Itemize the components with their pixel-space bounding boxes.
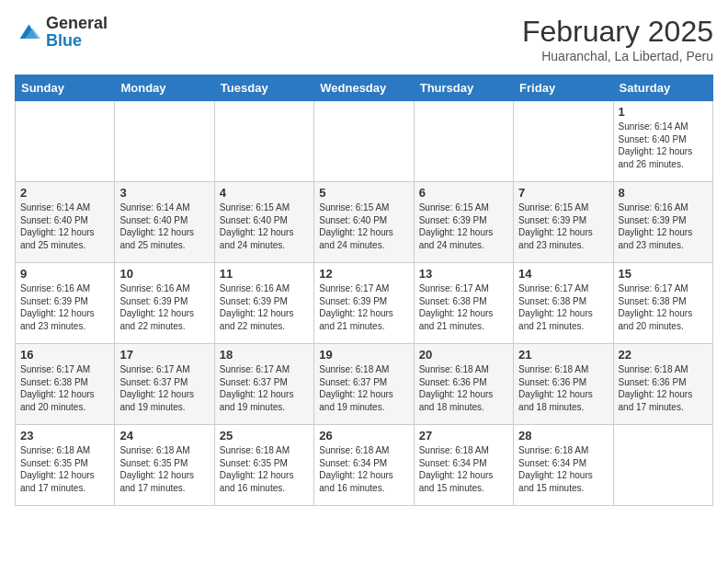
day-info: Sunrise: 6:18 AM Sunset: 6:34 PM Dayligh… xyxy=(518,444,608,494)
calendar-title: February 2025 xyxy=(522,15,713,49)
calendar-cell: 15Sunrise: 6:17 AM Sunset: 6:38 PM Dayli… xyxy=(613,263,712,344)
day-info: Sunrise: 6:18 AM Sunset: 6:36 PM Dayligh… xyxy=(619,363,708,413)
day-number: 11 xyxy=(220,267,309,281)
weekday-header: Thursday xyxy=(414,75,513,101)
day-info: Sunrise: 6:18 AM Sunset: 6:37 PM Dayligh… xyxy=(319,363,408,413)
weekday-header: Friday xyxy=(514,75,613,101)
day-info: Sunrise: 6:18 AM Sunset: 6:36 PM Dayligh… xyxy=(419,363,508,413)
day-number: 9 xyxy=(20,267,109,281)
weekday-header: Tuesday xyxy=(214,75,313,101)
weekday-header: Sunday xyxy=(16,75,115,101)
calendar-cell: 13Sunrise: 6:17 AM Sunset: 6:38 PM Dayli… xyxy=(414,263,513,344)
calendar-cell: 19Sunrise: 6:18 AM Sunset: 6:37 PM Dayli… xyxy=(314,344,414,425)
day-number: 25 xyxy=(220,429,309,442)
day-number: 7 xyxy=(518,186,608,200)
day-info: Sunrise: 6:16 AM Sunset: 6:39 PM Dayligh… xyxy=(119,282,209,332)
calendar-cell xyxy=(16,101,115,182)
day-info: Sunrise: 6:18 AM Sunset: 6:35 PM Dayligh… xyxy=(20,444,109,494)
day-info: Sunrise: 6:16 AM Sunset: 6:39 PM Dayligh… xyxy=(220,282,309,332)
day-info: Sunrise: 6:17 AM Sunset: 6:37 PM Dayligh… xyxy=(119,363,209,413)
day-number: 27 xyxy=(419,429,508,442)
calendar-cell: 11Sunrise: 6:16 AM Sunset: 6:39 PM Dayli… xyxy=(214,263,313,344)
calendar-cell xyxy=(314,101,414,182)
calendar-cell: 26Sunrise: 6:18 AM Sunset: 6:34 PM Dayli… xyxy=(314,425,414,506)
weekday-header: Wednesday xyxy=(314,75,414,101)
calendar-cell: 12Sunrise: 6:17 AM Sunset: 6:39 PM Dayli… xyxy=(314,263,414,344)
calendar-cell: 23Sunrise: 6:18 AM Sunset: 6:35 PM Dayli… xyxy=(16,425,115,506)
day-info: Sunrise: 6:16 AM Sunset: 6:39 PM Dayligh… xyxy=(619,201,708,251)
day-info: Sunrise: 6:18 AM Sunset: 6:36 PM Dayligh… xyxy=(518,363,608,413)
day-number: 10 xyxy=(119,267,209,281)
day-info: Sunrise: 6:15 AM Sunset: 6:40 PM Dayligh… xyxy=(319,201,408,251)
day-number: 13 xyxy=(419,267,508,281)
day-number: 26 xyxy=(319,429,408,442)
day-info: Sunrise: 6:18 AM Sunset: 6:34 PM Dayligh… xyxy=(419,444,508,494)
calendar-cell: 24Sunrise: 6:18 AM Sunset: 6:35 PM Dayli… xyxy=(115,425,214,506)
calendar-cell: 10Sunrise: 6:16 AM Sunset: 6:39 PM Dayli… xyxy=(115,263,214,344)
day-info: Sunrise: 6:17 AM Sunset: 6:38 PM Dayligh… xyxy=(20,363,109,413)
weekday-header: Monday xyxy=(115,75,214,101)
calendar-cell: 6Sunrise: 6:15 AM Sunset: 6:39 PM Daylig… xyxy=(414,182,513,263)
day-info: Sunrise: 6:15 AM Sunset: 6:40 PM Dayligh… xyxy=(220,201,309,251)
calendar-cell: 20Sunrise: 6:18 AM Sunset: 6:36 PM Dayli… xyxy=(414,344,513,425)
day-number: 8 xyxy=(619,186,708,200)
day-number: 18 xyxy=(220,348,309,362)
day-number: 20 xyxy=(419,348,508,362)
calendar-cell: 4Sunrise: 6:15 AM Sunset: 6:40 PM Daylig… xyxy=(214,182,313,263)
day-number: 21 xyxy=(518,348,608,362)
day-info: Sunrise: 6:17 AM Sunset: 6:39 PM Dayligh… xyxy=(319,282,408,332)
day-number: 12 xyxy=(319,267,408,281)
calendar-table: SundayMondayTuesdayWednesdayThursdayFrid… xyxy=(15,75,713,506)
day-number: 5 xyxy=(319,186,408,200)
day-number: 3 xyxy=(119,186,209,200)
calendar-cell: 22Sunrise: 6:18 AM Sunset: 6:36 PM Dayli… xyxy=(613,344,712,425)
calendar-cell: 2Sunrise: 6:14 AM Sunset: 6:40 PM Daylig… xyxy=(16,182,115,263)
day-number: 24 xyxy=(119,429,209,442)
calendar-cell xyxy=(514,101,613,182)
logo-icon xyxy=(15,19,40,45)
day-info: Sunrise: 6:16 AM Sunset: 6:39 PM Dayligh… xyxy=(20,282,109,332)
day-number: 17 xyxy=(119,348,209,362)
day-info: Sunrise: 6:18 AM Sunset: 6:35 PM Dayligh… xyxy=(119,444,209,494)
weekday-header: Saturday xyxy=(613,75,712,101)
day-info: Sunrise: 6:14 AM Sunset: 6:40 PM Dayligh… xyxy=(119,201,209,251)
logo: General Blue xyxy=(15,15,108,50)
day-number: 22 xyxy=(619,348,708,362)
calendar-cell: 18Sunrise: 6:17 AM Sunset: 6:37 PM Dayli… xyxy=(214,344,313,425)
calendar-cell: 16Sunrise: 6:17 AM Sunset: 6:38 PM Dayli… xyxy=(16,344,115,425)
day-number: 2 xyxy=(20,186,109,200)
day-number: 19 xyxy=(319,348,408,362)
day-info: Sunrise: 6:17 AM Sunset: 6:38 PM Dayligh… xyxy=(518,282,608,332)
logo-blue-text: Blue xyxy=(46,31,82,50)
page-header: General Blue February 2025 Huaranchal, L… xyxy=(15,15,713,63)
day-info: Sunrise: 6:14 AM Sunset: 6:40 PM Dayligh… xyxy=(619,121,708,170)
day-number: 16 xyxy=(20,348,109,362)
calendar-cell: 27Sunrise: 6:18 AM Sunset: 6:34 PM Dayli… xyxy=(414,425,513,506)
day-info: Sunrise: 6:15 AM Sunset: 6:39 PM Dayligh… xyxy=(419,201,508,251)
logo-general-text: General xyxy=(46,14,108,32)
calendar-cell: 21Sunrise: 6:18 AM Sunset: 6:36 PM Dayli… xyxy=(514,344,613,425)
day-number: 4 xyxy=(220,186,309,200)
day-info: Sunrise: 6:18 AM Sunset: 6:34 PM Dayligh… xyxy=(319,444,408,494)
calendar-cell: 7Sunrise: 6:15 AM Sunset: 6:39 PM Daylig… xyxy=(514,182,613,263)
day-info: Sunrise: 6:14 AM Sunset: 6:40 PM Dayligh… xyxy=(20,201,109,251)
day-number: 14 xyxy=(518,267,608,281)
day-info: Sunrise: 6:18 AM Sunset: 6:35 PM Dayligh… xyxy=(220,444,309,494)
day-info: Sunrise: 6:17 AM Sunset: 6:37 PM Dayligh… xyxy=(220,363,309,413)
calendar-cell: 3Sunrise: 6:14 AM Sunset: 6:40 PM Daylig… xyxy=(115,182,214,263)
calendar-cell: 8Sunrise: 6:16 AM Sunset: 6:39 PM Daylig… xyxy=(613,182,712,263)
calendar-cell: 5Sunrise: 6:15 AM Sunset: 6:40 PM Daylig… xyxy=(314,182,414,263)
title-section: February 2025 Huaranchal, La Libertad, P… xyxy=(522,15,713,63)
day-info: Sunrise: 6:17 AM Sunset: 6:38 PM Dayligh… xyxy=(619,282,708,332)
day-info: Sunrise: 6:15 AM Sunset: 6:39 PM Dayligh… xyxy=(518,201,608,251)
calendar-cell: 28Sunrise: 6:18 AM Sunset: 6:34 PM Dayli… xyxy=(514,425,613,506)
calendar-cell: 25Sunrise: 6:18 AM Sunset: 6:35 PM Dayli… xyxy=(214,425,313,506)
calendar-cell xyxy=(414,101,513,182)
calendar-cell: 17Sunrise: 6:17 AM Sunset: 6:37 PM Dayli… xyxy=(115,344,214,425)
calendar-subtitle: Huaranchal, La Libertad, Peru xyxy=(522,49,713,63)
calendar-cell xyxy=(115,101,214,182)
calendar-cell xyxy=(613,425,712,506)
day-number: 23 xyxy=(20,429,109,442)
calendar-cell: 9Sunrise: 6:16 AM Sunset: 6:39 PM Daylig… xyxy=(16,263,115,344)
day-number: 15 xyxy=(619,267,708,281)
